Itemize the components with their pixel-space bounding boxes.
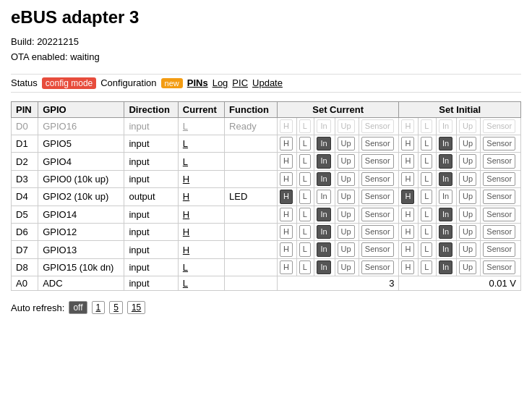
si-l-cell-btn[interactable]: L [421,119,432,133]
sc-h-cell-btn[interactable]: H [280,225,293,239]
si-in-cell-btn[interactable]: In [439,154,452,168]
sc-l-cell-btn[interactable]: L [299,137,311,151]
sc-h-cell-btn[interactable]: H [280,208,293,221]
si-in-cell-btn[interactable]: In [439,190,452,203]
si-up-cell-btn[interactable]: Up [459,260,476,274]
si-l-cell-btn[interactable]: L [421,154,432,168]
si-in-cell-btn[interactable]: In [439,208,452,221]
sc-in-cell-btn[interactable]: In [317,190,330,203]
sc-up-cell-btn[interactable]: Up [338,119,355,133]
si-h-cell-btn[interactable]: H [401,190,414,203]
sc-up-cell-btn[interactable]: Up [338,154,355,168]
th-pin: PIN [12,101,38,117]
sc-h-cell-btn[interactable]: H [280,242,293,256]
si-sensor-cell-btn[interactable]: Sensor [483,242,515,256]
sc-l-cell-btn[interactable]: L [299,260,311,274]
si-up-cell-btn[interactable]: Up [459,137,476,151]
sc-sensor-cell-btn[interactable]: Sensor [361,137,394,151]
si-sensor-cell-btn[interactable]: Sensor [483,154,515,168]
auto-refresh-1-button[interactable]: 1 [92,301,106,314]
sc-l-cell-btn[interactable]: L [299,242,311,256]
sc-up-cell-btn[interactable]: Up [338,137,355,151]
update-nav-link[interactable]: Update [252,77,283,88]
si-sensor-cell-btn[interactable]: Sensor [483,190,515,203]
sc-in-cell-btn[interactable]: In [317,119,330,133]
sc-h-cell-btn[interactable]: H [280,260,293,274]
si-up-cell: Up [457,223,481,240]
si-in-cell-btn[interactable]: In [439,119,452,133]
sc-sensor-cell-btn[interactable]: Sensor [361,260,394,274]
si-sensor-cell-btn[interactable]: Sensor [483,137,515,151]
si-l-cell-btn[interactable]: L [421,225,432,239]
sc-in-cell-btn[interactable]: In [317,260,330,274]
si-h-cell-btn[interactable]: H [401,208,414,221]
sc-up-cell-btn[interactable]: Up [338,190,355,203]
sc-sensor-cell-btn[interactable]: Sensor [361,190,394,203]
sc-l-cell-btn[interactable]: L [299,172,311,186]
sc-up-cell-btn[interactable]: Up [338,242,355,256]
si-in-cell-btn[interactable]: In [439,172,452,186]
sc-l-cell-btn[interactable]: L [299,154,311,168]
sc-in-cell-btn[interactable]: In [317,225,330,239]
sc-sensor-cell-btn[interactable]: Sensor [361,225,394,239]
pic-nav-link[interactable]: PIC [232,77,248,88]
si-sensor-cell-btn[interactable]: Sensor [483,208,515,221]
si-l-cell-btn[interactable]: L [421,242,432,256]
si-up-cell-btn[interactable]: Up [459,119,476,133]
sc-l-cell-btn[interactable]: L [299,119,311,133]
auto-refresh-off-button[interactable]: off [69,301,87,314]
si-h-cell-btn[interactable]: H [401,260,414,274]
si-l-cell-btn[interactable]: L [421,260,432,274]
si-h-cell-btn[interactable]: H [401,225,414,239]
sc-sensor-cell-btn[interactable]: Sensor [361,119,394,133]
si-sensor-cell-btn[interactable]: Sensor [483,172,515,186]
sc-up-cell-btn[interactable]: Up [338,225,355,239]
si-l-cell-btn[interactable]: L [421,190,432,203]
si-l-cell-btn[interactable]: L [421,208,432,221]
sc-h-cell-btn[interactable]: H [280,119,293,133]
sc-sensor-cell-btn[interactable]: Sensor [361,172,394,186]
sc-h-cell-btn[interactable]: H [280,190,293,203]
si-sensor-cell-btn[interactable]: Sensor [483,119,515,133]
sc-l-cell-btn[interactable]: L [299,208,311,221]
log-nav-link[interactable]: Log [213,77,228,88]
si-h-cell-btn[interactable]: H [401,242,414,256]
sc-sensor-cell-btn[interactable]: Sensor [361,208,394,221]
si-sensor-cell-btn[interactable]: Sensor [483,260,515,274]
si-in-cell-btn[interactable]: In [439,137,452,151]
sc-l-cell-btn[interactable]: L [299,190,311,203]
si-l-cell-btn[interactable]: L [421,172,432,186]
sc-in-cell-btn[interactable]: In [317,137,330,151]
sc-h-cell-btn[interactable]: H [280,172,293,186]
sc-in-cell-btn[interactable]: In [317,172,330,186]
si-in-cell-btn[interactable]: In [439,242,452,256]
sc-h-cell-btn[interactable]: H [280,154,293,168]
sc-up-cell-btn[interactable]: Up [338,260,355,274]
si-up-cell-btn[interactable]: Up [459,208,476,221]
si-in-cell-btn[interactable]: In [439,225,452,239]
sc-h-cell-btn[interactable]: H [280,137,293,151]
si-up-cell-btn[interactable]: Up [459,154,476,168]
si-h-cell-btn[interactable]: H [401,137,414,151]
sc-sensor-cell-btn[interactable]: Sensor [361,242,394,256]
si-h-cell-btn[interactable]: H [401,119,414,133]
sc-in-cell-btn[interactable]: In [317,154,330,168]
sc-up-cell-btn[interactable]: Up [338,172,355,186]
sc-up-cell-btn[interactable]: Up [338,208,355,221]
si-in-cell-btn[interactable]: In [439,260,452,274]
auto-refresh-5-button[interactable]: 5 [109,301,123,314]
si-up-cell-btn[interactable]: Up [459,172,476,186]
sc-in-cell-btn[interactable]: In [317,208,330,221]
sc-in-cell-btn[interactable]: In [317,242,330,256]
sc-l-cell-btn[interactable]: L [299,225,311,239]
si-l-cell-btn[interactable]: L [421,137,432,151]
si-sensor-cell-btn[interactable]: Sensor [483,225,515,239]
auto-refresh-15-button[interactable]: 15 [127,301,145,314]
si-up-cell-btn[interactable]: Up [459,225,476,239]
si-up-cell-btn[interactable]: Up [459,190,476,203]
sc-sensor-cell-btn[interactable]: Sensor [361,154,394,168]
si-h-cell-btn[interactable]: H [401,172,414,186]
pins-nav-link[interactable]: PINs [187,77,208,88]
si-h-cell-btn[interactable]: H [401,154,414,168]
si-up-cell-btn[interactable]: Up [459,242,476,256]
